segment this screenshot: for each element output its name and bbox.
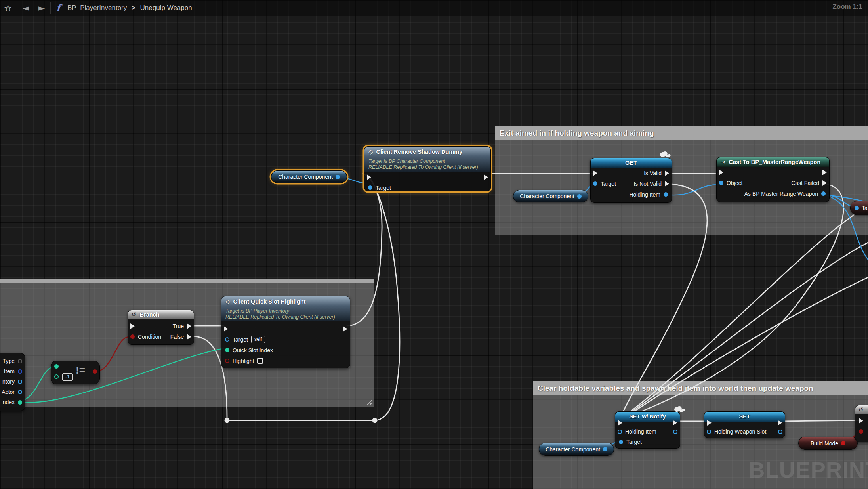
node-cast-to-bp-masterrangeweapon[interactable]: ↠ Cast To BP_MasterRangeWeapon Object Ca… [716, 157, 830, 202]
node-partial-branch[interactable]: ↺ [855, 405, 868, 442]
variable-label: Character Component [278, 174, 333, 180]
pin-label: Target [233, 336, 248, 343]
holding-item-out-pin[interactable] [673, 430, 677, 434]
object-pin[interactable] [719, 181, 723, 185]
comment-left-header[interactable] [0, 279, 374, 283]
node-left-partial[interactable]: Type Item ntory Actor ndex [0, 353, 25, 411]
target-pin[interactable] [619, 440, 623, 444]
variable-label: Character Component [520, 193, 574, 199]
is-valid-exec-pin[interactable] [665, 170, 669, 176]
graph-toolbar: ☆ ◄ ► f BP_PlayerInventory > Unequip Wea… [0, 0, 868, 16]
condition-pin[interactable] [859, 429, 863, 434]
exec-in-pin[interactable] [707, 420, 712, 426]
is-not-valid-exec-pin[interactable] [665, 181, 669, 187]
holding-weapon-slot-out-pin[interactable] [778, 430, 782, 434]
node-build-mode[interactable]: Build Mode [798, 437, 858, 450]
false-exec-pin[interactable] [187, 334, 191, 340]
node-character-component-3[interactable]: Character Component [539, 443, 614, 456]
item-pin[interactable] [18, 369, 22, 374]
reroute-node[interactable] [225, 418, 230, 423]
node-set-w-notify[interactable]: SET w/ Notify Holding Item Target [615, 411, 680, 449]
target-pin[interactable] [225, 337, 229, 342]
forward-button[interactable]: ► [34, 3, 50, 13]
node-title: SET [739, 413, 750, 420]
exec-in-pin[interactable] [859, 418, 863, 424]
comment-resize-handle[interactable] [365, 399, 372, 405]
comment-clear-holdable-header[interactable]: Clear holdable variables and spawn held … [533, 381, 868, 395]
pin-label: ndex [3, 399, 15, 405]
exec-in-pin[interactable] [224, 326, 228, 332]
exec-out-pin[interactable] [484, 174, 488, 180]
output-pin[interactable] [841, 441, 845, 445]
exec-out-pin[interactable] [343, 326, 347, 332]
node-target-partial[interactable]: Ta [850, 201, 868, 215]
pin-label: Is Not Valid [633, 181, 662, 187]
pin-label: Is Valid [644, 170, 662, 176]
inventory-pin[interactable] [18, 380, 22, 384]
holding-weapon-slot-in-pin[interactable] [707, 430, 711, 434]
breadcrumb-root[interactable]: BP_PlayerInventory [67, 4, 127, 12]
holding-item-in-pin[interactable] [618, 430, 622, 434]
target-self-value[interactable]: self [251, 336, 265, 343]
reroute-node[interactable] [372, 418, 378, 423]
node-title: Cast To BP_MasterRangeWeapon [729, 159, 821, 166]
pin-label: Holding Item [625, 428, 656, 435]
input-b-pin[interactable] [54, 374, 59, 379]
index-pin[interactable] [18, 400, 22, 405]
output-pin[interactable] [336, 175, 340, 179]
condition-pin[interactable] [130, 334, 135, 339]
as-weapon-pin[interactable] [821, 191, 826, 196]
not-equal-symbol: != [76, 366, 85, 374]
output-pin[interactable] [577, 194, 582, 199]
exec-in-pin[interactable] [618, 420, 622, 426]
pin-label: Highlight [233, 358, 254, 364]
exec-in-pin[interactable] [367, 174, 371, 180]
comment-exit-aimed-header[interactable]: Exit aimed in if holding weapon and aimi… [495, 126, 868, 140]
target-pin[interactable] [593, 181, 597, 186]
node-branch[interactable]: ↺ Branch True Condition False [128, 310, 194, 345]
node-character-component-2[interactable]: Character Component [513, 190, 588, 202]
target-pin[interactable] [855, 206, 859, 210]
breadcrumb-leaf[interactable]: Unequip Weapon [140, 4, 192, 12]
pin-label: Actor [2, 389, 15, 395]
exec-in-pin[interactable] [130, 323, 135, 329]
output-pin[interactable] [603, 447, 607, 451]
node-subtitle: RELIABLE Replicated To Owning Client (if… [225, 314, 346, 320]
blueprint-graph-canvas[interactable]: Exit aimed in if holding weapon and aimi… [0, 0, 868, 489]
node-title: Branch [140, 311, 160, 319]
quick-slot-index-pin[interactable] [225, 348, 229, 352]
node-character-component-1[interactable]: Character Component [271, 170, 347, 183]
node-client-quick-slot-highlight[interactable]: ◇ Client Quick Slot Highlight Target is … [221, 296, 350, 368]
pin-label: False [170, 334, 184, 340]
true-exec-pin[interactable] [187, 323, 191, 329]
pin-label: ntory [2, 378, 15, 385]
node-subtitle: RELIABLE Replicated To Owning Client (if… [368, 164, 486, 170]
node-client-remove-shadow-dummy[interactable]: ◇ Client Remove Shadow Dummy Target is B… [364, 146, 491, 191]
exec-out-pin[interactable] [778, 420, 782, 426]
pin-label: Holding Weapon Slot [714, 428, 766, 435]
highlight-checkbox[interactable] [257, 358, 263, 364]
exec-out-pin[interactable] [822, 170, 827, 175]
node-not-equal[interactable]: -1 != [51, 361, 100, 384]
node-get-holding-item[interactable]: GET Is Valid Target Is Not Valid Holding… [590, 158, 672, 203]
back-button[interactable]: ◄ [18, 3, 34, 13]
exec-in-pin[interactable] [719, 170, 723, 175]
exec-in-pin[interactable] [593, 170, 597, 176]
type-pin[interactable] [18, 359, 22, 363]
node-subtitle: Target is BP Character Component [368, 159, 486, 164]
result-pin[interactable] [93, 369, 97, 374]
pin-label: Ta [862, 205, 868, 211]
highlight-pin[interactable] [225, 359, 229, 363]
node-set-holding-weapon-slot[interactable]: SET Holding Weapon Slot [704, 411, 785, 438]
holding-item-pin[interactable] [664, 192, 668, 197]
target-pin[interactable] [368, 185, 372, 190]
input-a-pin[interactable] [54, 364, 59, 369]
default-value[interactable]: -1 [62, 373, 73, 381]
cast-failed-exec-pin[interactable] [822, 180, 827, 186]
exec-out-pin[interactable] [673, 420, 677, 426]
actor-pin[interactable] [18, 390, 22, 394]
pin-label: Cast Failed [791, 180, 819, 186]
pin-label: Target [376, 185, 391, 191]
pin-label: Target [601, 181, 616, 187]
favorite-star-icon[interactable]: ☆ [0, 3, 16, 13]
